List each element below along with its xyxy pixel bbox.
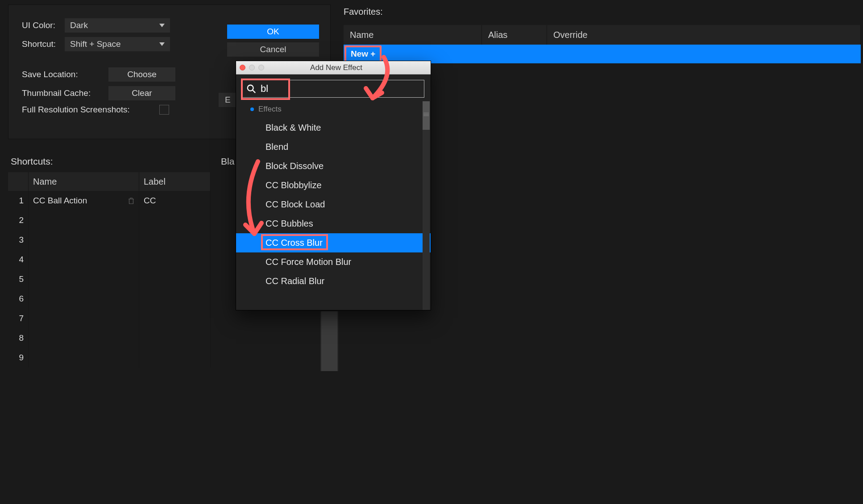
favorites-col-override[interactable]: Override xyxy=(547,25,861,45)
shortcut-dropdown[interactable]: Shift + Space xyxy=(65,37,170,51)
row-index: 9 xyxy=(8,348,29,368)
thumbnail-cache-label: Thumbnail Cache: xyxy=(22,88,107,98)
row-name xyxy=(29,328,139,348)
clear-button[interactable]: Clear xyxy=(108,86,175,100)
effect-item[interactable]: CC Cross Blur xyxy=(236,233,431,252)
row-index: 4 xyxy=(8,250,29,269)
table-row[interactable]: 4 xyxy=(8,250,211,269)
save-location-label: Save Location: xyxy=(22,70,107,79)
table-row[interactable]: 9 xyxy=(8,348,211,368)
new-favorite-button[interactable]: New + xyxy=(344,45,382,62)
search-icon xyxy=(246,84,256,94)
table-row[interactable]: 8 xyxy=(8,328,211,348)
svg-line-1 xyxy=(253,90,255,93)
effect-item[interactable]: CC Block Load xyxy=(236,195,431,214)
minimize-window-icon[interactable] xyxy=(249,65,255,70)
full-res-checkbox[interactable] xyxy=(159,105,169,115)
annotation-highlight xyxy=(261,234,328,250)
effect-item[interactable]: Block Dissolve xyxy=(236,157,431,176)
row-label xyxy=(139,289,211,309)
row-index: 6 xyxy=(8,289,29,309)
row-name xyxy=(29,309,139,328)
table-row[interactable]: 2 xyxy=(8,211,211,230)
row-label xyxy=(139,250,211,269)
row-index: 1 xyxy=(8,191,29,211)
row-index: 2 xyxy=(8,211,29,230)
table-row[interactable]: 5 xyxy=(8,269,211,289)
modal-titlebar[interactable]: Add New Effect xyxy=(236,61,431,74)
ui-color-dropdown[interactable]: Dark xyxy=(65,18,170,33)
row-label xyxy=(139,309,211,328)
cancel-button[interactable]: Cancel xyxy=(227,42,319,57)
row-label xyxy=(139,348,211,368)
modal-title: Add New Effect xyxy=(270,63,403,72)
effect-search-input[interactable]: bl xyxy=(242,80,424,98)
favorites-col-alias[interactable]: Alias xyxy=(482,25,547,45)
row-label xyxy=(139,328,211,348)
row-index: 8 xyxy=(8,328,29,348)
choose-button[interactable]: Choose xyxy=(108,67,175,82)
shortcuts-title: Shortcuts: xyxy=(11,156,53,167)
table-row[interactable]: 7 xyxy=(8,309,211,328)
shortcuts-table: Name Label 1CC Ball ActionCC23456789 xyxy=(8,172,211,504)
add-effect-modal: Add New Effect bl Effects Black & WhiteB… xyxy=(236,61,431,310)
favorites-header: Name Alias Override xyxy=(344,25,861,45)
row-name xyxy=(29,269,139,289)
row-name xyxy=(29,348,139,368)
table-row[interactable]: 1CC Ball ActionCC xyxy=(8,191,211,211)
modal-stand xyxy=(320,311,338,371)
svg-point-0 xyxy=(248,85,253,91)
effect-item[interactable]: Black & White xyxy=(236,118,431,137)
row-label xyxy=(139,230,211,250)
row-index: 3 xyxy=(8,230,29,250)
row-name xyxy=(29,250,139,269)
scrollbar-thumb[interactable] xyxy=(423,101,430,130)
effect-item[interactable]: Blend xyxy=(236,137,431,157)
effect-item[interactable]: CC Radial Blur xyxy=(236,272,431,291)
row-label xyxy=(139,211,211,230)
favorites-title: Favorites: xyxy=(344,7,861,17)
shortcuts-col-name[interactable]: Name xyxy=(29,172,139,191)
shortcut-label: Shortcut: xyxy=(22,39,63,49)
effect-item[interactable]: CC Blobbylize xyxy=(236,176,431,195)
effect-item[interactable]: CC Bubbles xyxy=(236,214,431,233)
ok-button[interactable]: OK xyxy=(227,25,319,39)
table-row[interactable]: 3 xyxy=(8,230,211,250)
row-name xyxy=(29,211,139,230)
row-name xyxy=(29,230,139,250)
chevron-down-icon xyxy=(159,24,165,27)
ui-color-label: UI Color: xyxy=(22,21,63,30)
trash-icon[interactable] xyxy=(127,196,135,205)
shortcut-value: Shift + Space xyxy=(70,39,121,49)
close-window-icon[interactable] xyxy=(240,65,245,70)
row-name xyxy=(29,289,139,309)
shortcuts-col-label[interactable]: Label xyxy=(139,172,211,191)
chevron-down-icon xyxy=(159,42,165,46)
effect-item[interactable]: CC Force Motion Blur xyxy=(236,252,431,272)
full-res-label: Full Resolution Screenshots: xyxy=(22,105,130,115)
shortcuts-col-index xyxy=(8,172,29,191)
row-index: 7 xyxy=(8,309,29,328)
zoom-window-icon[interactable] xyxy=(258,65,264,70)
row-label: CC xyxy=(139,191,211,211)
row-label xyxy=(139,269,211,289)
table-row[interactable]: 6 xyxy=(8,289,211,309)
partial-label: Bla xyxy=(221,156,234,167)
row-index: 5 xyxy=(8,269,29,289)
bullet-icon xyxy=(250,107,254,111)
row-name: CC Ball Action xyxy=(29,191,139,211)
favorites-col-name[interactable]: Name xyxy=(344,25,482,45)
ui-color-value: Dark xyxy=(70,21,88,30)
effects-category[interactable]: Effects xyxy=(236,103,431,118)
scrollbar[interactable] xyxy=(423,101,430,310)
search-value: bl xyxy=(261,83,268,95)
